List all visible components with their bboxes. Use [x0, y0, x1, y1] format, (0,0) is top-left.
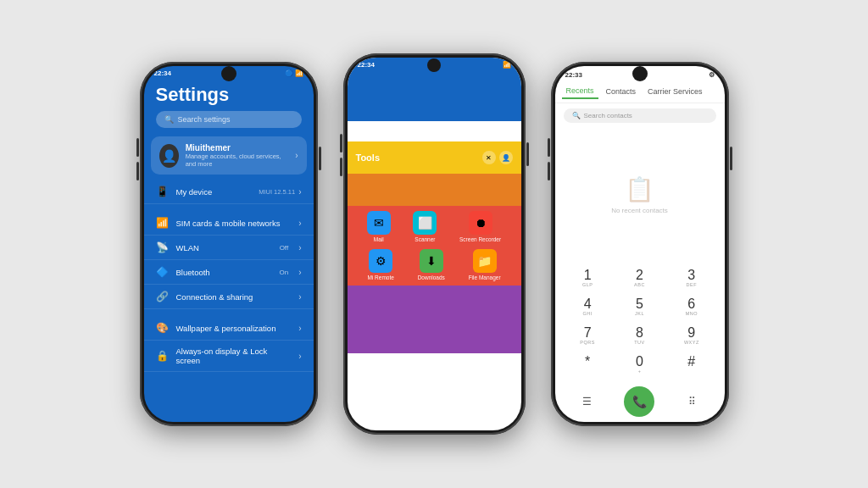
key-letters: ABC	[634, 282, 645, 289]
signal-icon: 📶	[503, 61, 511, 69]
list-item[interactable]: ⏺ Screen Recorder	[459, 211, 501, 242]
dial-key-5[interactable]: 5 JKL	[614, 293, 665, 322]
app-label: File Manager	[469, 274, 501, 280]
apps-row-1: ✉ Mail ⬜ Scanner ⏺ Screen Recorder	[348, 206, 521, 246]
miui-version: MIUI 12.5.11	[259, 188, 295, 196]
search-icon: 🔍	[164, 115, 174, 124]
settings-screen: 22:34 🔵 📶 Settings 🔍 Search settings 👤 M…	[144, 66, 314, 422]
wlan-value: Off	[280, 244, 289, 252]
my-device-label: My device	[176, 187, 259, 197]
key-num: 5	[636, 297, 643, 311]
key-num: 8	[636, 326, 643, 340]
key-num: #	[687, 355, 695, 369]
person-icon[interactable]: 👤	[499, 151, 513, 164]
status-icons: ⚙	[709, 71, 715, 79]
avatar: 👤	[159, 144, 179, 168]
tab-contacts[interactable]: Contacts	[602, 85, 641, 98]
connection-icon: 🔗	[156, 291, 170, 302]
remote-icon: ⚙	[369, 249, 392, 273]
dial-key-0[interactable]: 0 +	[614, 351, 665, 380]
dial-key-star[interactable]: *	[562, 351, 614, 380]
dial-key-7[interactable]: 7 PQRS	[562, 322, 614, 351]
status-icons: 🔵 📶	[285, 69, 303, 77]
wallpaper-item[interactable]: 🎨 Wallpaper & personalization ›	[144, 316, 314, 341]
key-letters: WXYZ	[684, 340, 699, 347]
dial-actions: ☰ 📞 ⠿	[555, 383, 725, 422]
my-device-item[interactable]: 📱 My device MIUI 12.5.11 ›	[144, 180, 314, 204]
app-label: Screen Recorder	[459, 236, 501, 242]
key-letters: GHI	[583, 311, 593, 318]
key-num: 7	[584, 326, 592, 340]
dial-key-3[interactable]: 3 DEF	[665, 264, 717, 293]
search-bar[interactable]: 🔍 Search settings	[156, 111, 302, 128]
account-info: Miuithemer Manage accounts, cloud servic…	[186, 143, 288, 168]
drawer-blue-section	[348, 70, 521, 121]
tab-recents[interactable]: Recents	[562, 84, 598, 99]
chevron-right-icon: ›	[298, 324, 301, 333]
bluetooth-label: Bluetooth	[176, 268, 273, 277]
signal-icon: 📶	[295, 69, 303, 77]
empty-state: 📋 No recent contacts	[555, 128, 725, 261]
scanner-icon: ⬜	[413, 211, 437, 235]
gear-icon: ⚙	[709, 71, 715, 79]
status-icons: 📶	[503, 61, 511, 69]
contacts-empty-icon: 📋	[625, 175, 654, 203]
key-letters: DEF	[687, 282, 698, 289]
drawer-white-section	[348, 121, 521, 141]
sim-icon: 📶	[156, 217, 170, 229]
connection-item[interactable]: 🔗 Connection & sharing ›	[144, 285, 314, 309]
app-label: Mi Remote	[367, 274, 393, 280]
dial-key-8[interactable]: 8 TUV	[614, 322, 665, 351]
wlan-item[interactable]: 📡 WLAN Off ›	[144, 236, 314, 260]
phone-drawer: 22:34 📶 Tools ✕ 👤 ✉	[343, 53, 526, 435]
dial-key-1[interactable]: 1 GLP	[562, 264, 614, 293]
app-label: Mail	[374, 236, 384, 242]
key-letters: +	[638, 369, 642, 375]
dial-key-4[interactable]: 4 GHI	[562, 293, 614, 322]
dial-key-hash[interactable]: #	[665, 351, 717, 380]
downloads-icon: ⬇	[420, 249, 443, 273]
dial-key-6[interactable]: 6 MNO	[665, 293, 717, 322]
list-item[interactable]: 📁 File Manager	[469, 249, 501, 280]
dial-key-2[interactable]: 2 ABC	[614, 264, 665, 293]
list-item[interactable]: ✉ Mail	[367, 211, 391, 242]
dialer-tab-bar: Recents Contacts Carrier Services	[555, 80, 725, 103]
wallpaper-label: Wallpaper & personalization	[176, 324, 292, 333]
key-letters: MNO	[686, 311, 698, 318]
key-letters: TUV	[634, 340, 645, 347]
dialpad-button[interactable]: ⠿	[680, 389, 705, 414]
key-num: 3	[687, 269, 695, 282]
wlan-icon: 📡	[156, 241, 170, 253]
apps-row-2: ⚙ Mi Remote ⬇ Downloads 📁 File Manager	[348, 246, 521, 286]
dialpad: 1 GLP 2 ABC 3 DEF 4 GHI 5 JKL	[555, 261, 725, 383]
bluetooth-item[interactable]: 🔷 Bluetooth On ›	[144, 260, 314, 285]
search-placeholder: Search settings	[178, 115, 231, 124]
key-letters: PQRS	[580, 340, 595, 347]
list-item[interactable]: ⬇ Downloads	[418, 249, 445, 280]
sim-item[interactable]: 📶 SIM cards & mobile networks ›	[144, 211, 314, 236]
contact-search[interactable]: 🔍 Search contacts	[564, 108, 716, 123]
connection-label: Connection & sharing	[176, 292, 292, 302]
lockscreen-item[interactable]: 🔒 Always-on display & Lock screen ›	[144, 341, 314, 372]
menu-button[interactable]: ☰	[574, 389, 599, 414]
account-name: Miuithemer	[186, 143, 288, 152]
dial-key-9[interactable]: 9 WXYZ	[665, 322, 717, 351]
mail-icon: ✉	[367, 211, 391, 235]
list-item[interactable]: ⬜ Scanner	[413, 211, 437, 242]
sim-label: SIM cards & mobile networks	[176, 219, 292, 228]
status-time: 22:34	[358, 61, 375, 69]
search-placeholder: Search contacts	[584, 112, 632, 119]
key-num: 0	[636, 355, 643, 369]
key-num: *	[585, 355, 590, 369]
phone-dialer: 22:33 ⚙ Recents Contacts Carrier Service…	[551, 62, 729, 426]
drawer-icons: ✕ 👤	[482, 151, 513, 164]
close-icon[interactable]: ✕	[482, 151, 496, 164]
key-letters: GLP	[582, 282, 593, 289]
chevron-right-icon: ›	[298, 292, 301, 302]
call-button[interactable]: 📞	[624, 386, 654, 417]
list-item[interactable]: ⚙ Mi Remote	[367, 249, 393, 280]
account-row[interactable]: 👤 Miuithemer Manage accounts, cloud serv…	[151, 136, 307, 175]
group-divider	[144, 204, 314, 211]
tab-carrier[interactable]: Carrier Services	[643, 85, 707, 98]
app-label: Scanner	[415, 236, 435, 242]
